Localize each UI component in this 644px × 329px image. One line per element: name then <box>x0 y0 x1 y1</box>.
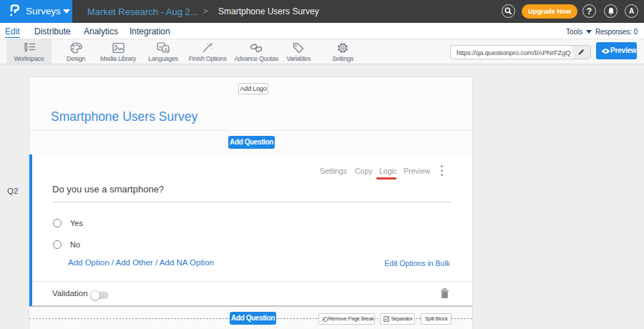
svg-text:A: A <box>164 47 167 52</box>
svg-text:x: x <box>159 44 162 49</box>
